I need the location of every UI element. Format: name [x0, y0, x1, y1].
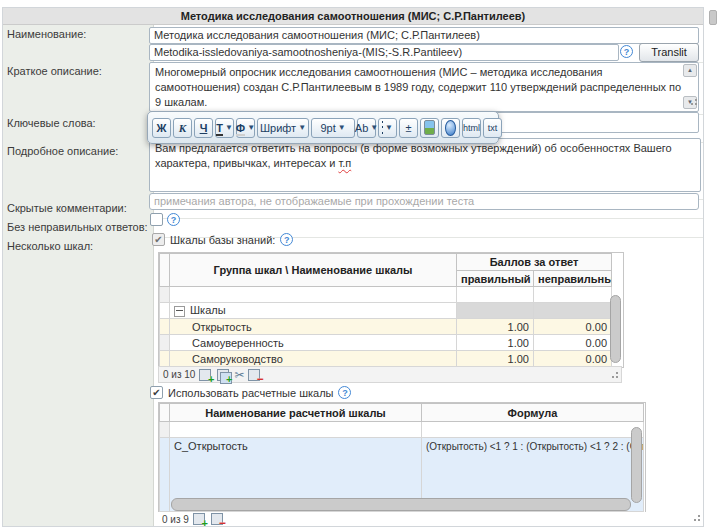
page-title: Методика исследования самоотношения (МИС… [3, 8, 703, 25]
calc-grid-resize-grip[interactable] [692, 515, 700, 523]
calc-scales-grid: Наименование расчетной шкалы Формула С_О… [158, 402, 646, 514]
multiple-scales-label: Несколько шкал: [3, 237, 154, 526]
kb-row-0[interactable]: Открытость 1.000.00 [160, 319, 612, 335]
short-desc-label: Краткое описание: [3, 62, 154, 114]
calc-scales-checkbox-row: Использовать расчетные шкалы ? [150, 386, 351, 399]
full-desc-textarea[interactable]: Вам предлагается ответить на вопросы (в … [149, 138, 701, 192]
scroll-up-icon[interactable]: ▲ [683, 64, 697, 77]
no-wrong-answers-checkbox[interactable] [150, 213, 163, 226]
row-no-wrong-answers: Без неправильных ответов: [3, 218, 703, 238]
no-wrong-answers-label: Без неправильных ответов: [3, 218, 154, 237]
chevron-down-icon: ▼ [338, 123, 346, 132]
kb-group-row[interactable]: Шкалы [160, 303, 612, 319]
calc-pager-count: 0 из 9 [162, 514, 189, 525]
calc-vertical-scrollbar[interactable] [631, 427, 642, 503]
page-scrollbar[interactable] [709, 10, 717, 25]
short-desc-resize-grip[interactable] [689, 99, 697, 107]
font-size-select[interactable]: 9pt▼ [311, 118, 355, 138]
hidden-comments-input[interactable]: примечания автора, не отображаемые при п… [149, 193, 699, 210]
html-mode-button[interactable]: html [462, 118, 481, 138]
chevron-down-icon: ▼ [298, 123, 306, 132]
kb-header-incorrect: неправильный [534, 271, 612, 287]
kb-scales-table: Группа шкал \ Наименование шкалы Баллов … [159, 253, 612, 368]
chevron-down-icon: ▼ [225, 123, 233, 132]
special-char-button[interactable]: ± [399, 118, 418, 138]
chevron-down-icon: ▼ [385, 123, 393, 132]
calc-scales-help-icon[interactable]: ? [338, 386, 351, 399]
underline-button[interactable]: Ч [194, 118, 213, 138]
kb-pager: 0 из 10 + + ✂ − [158, 366, 622, 383]
calc-scales-checkbox[interactable] [150, 386, 163, 399]
text-mode-button[interactable]: txt [483, 118, 502, 138]
name-label: Наименование: [3, 25, 154, 62]
kb-header-group: Группа шкал \ Наименование шкалы [170, 254, 457, 287]
delete-row-icon[interactable]: − [247, 368, 262, 382]
list-button[interactable]: ▼ [378, 118, 397, 138]
short-desc-textarea[interactable]: Многомерный опросник исследования самоот… [149, 62, 699, 112]
text-color-button[interactable]: Т▼ [215, 118, 234, 138]
kb-vertical-scrollbar[interactable] [610, 295, 621, 363]
add-row-icon[interactable]: + [192, 512, 207, 526]
hidden-comments-label: Скрытые комментарии: [3, 199, 154, 218]
kb-scales-help-icon[interactable]: ? [280, 233, 293, 246]
editor-toolbar: Ж К Ч Т▼ Ф▼ Шрифт▼ 9pt▼ Ab▼ ▼ ± html txt [147, 111, 499, 144]
kb-grid-resize-grip[interactable] [610, 372, 618, 380]
collapse-icon[interactable] [174, 306, 185, 317]
delete-row-icon[interactable]: − [210, 512, 225, 526]
translit-help-icon[interactable]: ? [620, 45, 633, 58]
kb-header-correct: правильный [457, 271, 534, 287]
kb-row-2[interactable]: Саморуководство 1.000.00 [160, 351, 612, 367]
translit-input[interactable]: Metodika-issledovaniya-samootnosheniya-(… [149, 44, 619, 61]
chevron-down-icon: ▼ [370, 123, 378, 132]
copy-row-icon[interactable]: + [216, 368, 231, 382]
insert-link-button[interactable] [441, 118, 460, 138]
kb-scales-checkbox[interactable] [152, 233, 165, 246]
highlight-color-button[interactable]: Ф▼ [236, 118, 255, 138]
grid-gutter [160, 404, 170, 422]
grid-gutter [160, 254, 170, 287]
add-row-icon[interactable]: + [198, 368, 213, 382]
calc-pager: 0 из 9 + − [158, 512, 703, 526]
kb-scales-checkbox-label: Шкалы базы знаний: [170, 234, 275, 246]
full-desc-label: Подробное описание: [3, 142, 154, 199]
insert-image-button[interactable] [420, 118, 439, 138]
misspelled-word: т.п [338, 157, 351, 169]
kb-scales-checkbox-row: Шкалы базы знаний: ? [152, 233, 293, 246]
calc-scales-checkbox-label: Использовать расчетные шкалы [168, 387, 333, 399]
name-input[interactable]: Методика исследования самоотношения (МИС… [149, 27, 699, 44]
kb-scales-grid: Группа шкал \ Наименование шкалы Баллов … [158, 252, 624, 368]
keywords-label: Ключевые слова: [3, 114, 154, 142]
kb-header-points: Баллов за ответ [457, 254, 612, 271]
globe-icon [445, 120, 456, 136]
calc-horizontal-scrollbar[interactable] [171, 498, 631, 511]
italic-button[interactable]: К [173, 118, 192, 138]
font-family-select[interactable]: Шрифт▼ [257, 118, 309, 138]
kb-pager-count: 0 из 10 [163, 369, 195, 380]
bullet-list-icon [382, 121, 383, 134]
translit-button[interactable]: Translit [639, 43, 699, 62]
image-icon [424, 120, 435, 135]
no-wrong-answers-help-icon[interactable]: ? [167, 213, 180, 226]
text-case-button[interactable]: Ab▼ [357, 118, 376, 138]
calc-header-formula: Формула [422, 404, 644, 422]
bold-button[interactable]: Ж [152, 118, 171, 138]
kb-row-1[interactable]: Самоуверенность 1.000.00 [160, 335, 612, 351]
cut-row-icon[interactable]: ✂ [234, 369, 244, 381]
calc-header-name: Наименование расчетной шкалы [170, 404, 422, 422]
chevron-down-icon: ▼ [247, 123, 255, 132]
